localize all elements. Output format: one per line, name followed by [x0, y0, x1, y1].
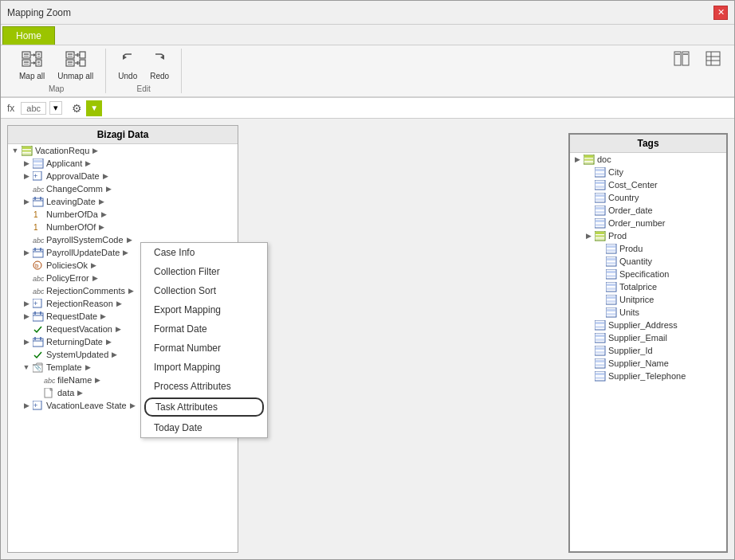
main-content: Bizagi Data ▼ VacationRequ ▶ ▶ Applicant… [1, 119, 734, 559]
svg-rect-109 [607, 271, 615, 273]
menu-item-collection-sort[interactable]: Collection Sort [141, 281, 267, 300]
tree-node-label: PayrollUpdateDate [46, 248, 120, 257]
tag-node-icon [594, 230, 607, 241]
tag-item-order-date[interactable]: Order_date [570, 204, 726, 217]
toolbar-right-btn2[interactable] [699, 49, 728, 69]
svg-rect-125 [595, 339, 604, 341]
tag-item-country[interactable]: Country [570, 191, 726, 204]
tag-node-icon [605, 294, 618, 305]
tree-node-arrow: ▶ [95, 376, 100, 384]
menu-item-collection-filter[interactable]: Collection Filter [141, 262, 267, 281]
tag-item-supplier-name[interactable]: Supplier_Name [570, 357, 726, 370]
unmap-all-label: Unmap all [57, 72, 93, 80]
unmap-all-button[interactable]: Unmap all [52, 49, 99, 83]
tag-item-order-number[interactable]: Order_number [570, 217, 726, 229]
tag-node-icon [605, 268, 618, 280]
tree-item-number-of-da[interactable]: 1 NumberOfDa ▶ [8, 208, 238, 221]
svg-rect-96 [595, 220, 604, 222]
menu-item-task-attributes[interactable]: Task Attributes [144, 397, 264, 417]
tree-node-label: PayrollSystemCode [46, 235, 124, 245]
arrow-down-icon: ▼ [90, 104, 98, 112]
tag-item-totalprice[interactable]: Totalprice [570, 280, 726, 293]
tree-node-label: SystemUpdated [46, 350, 108, 359]
tag-item-city[interactable]: City [570, 166, 726, 178]
tree-node-arrow: ▶ [99, 223, 104, 231]
menu-item-format-date[interactable]: Format Date [141, 319, 267, 339]
tag-item-produ[interactable]: Produ [570, 242, 726, 255]
undo-button[interactable]: Undo [112, 49, 143, 83]
tag-item-unitprice[interactable]: Unitprice [570, 293, 726, 306]
tab-home[interactable]: Home [2, 26, 55, 45]
svg-rect-17 [68, 53, 73, 55]
svg-rect-1 [24, 53, 29, 55]
toolbar: Map all [1, 45, 734, 98]
tag-item-specification[interactable]: Specification [570, 268, 726, 280]
dropdown-arrow-button[interactable]: ▼ [86, 100, 102, 116]
menu-item-process-attributes[interactable]: Process Attributes [141, 377, 267, 396]
redo-icon [151, 51, 168, 71]
tag-item-prod-group[interactable]: ▶ Prod [570, 229, 726, 242]
svg-rect-112 [607, 284, 615, 286]
tree-expand: ▼ [10, 147, 21, 155]
tree-item-approval-date[interactable]: ▶ + ApprovalDate ▶ [8, 170, 238, 182]
window-title: Mapping Zoom [7, 7, 71, 18]
tag-item-supplier-email[interactable]: Supplier_Email [570, 331, 726, 344]
tag-node-icon [594, 358, 607, 369]
tag-node-label: Order_number [608, 218, 666, 228]
svg-rect-2 [24, 56, 29, 57]
map-all-label: Map all [19, 72, 45, 80]
tag-node-label: Specification [619, 269, 669, 279]
tag-item-doc[interactable]: ▶ doc [570, 153, 726, 166]
type-dropdown[interactable]: ▾ [49, 101, 62, 115]
tag-item-cost-center[interactable]: Cost_Center [570, 178, 726, 191]
tag-node-icon [594, 332, 607, 343]
svg-marker-29 [160, 55, 164, 60]
close-button[interactable]: ✕ [713, 6, 728, 20]
settings-button[interactable]: ⚙ [69, 100, 85, 116]
toolbar-group-edit: Undo Redo Edit [106, 49, 182, 93]
svg-rect-84 [595, 169, 604, 171]
tag-item-units[interactable]: Units [570, 306, 726, 319]
tag-node-label: Country [608, 193, 639, 202]
tag-node-icon [594, 179, 607, 190]
toolbar-right-btn1[interactable] [667, 49, 696, 69]
tree-item-change-comm[interactable]: abc ChangeComm ▶ [8, 182, 238, 195]
menu-item-today-date[interactable]: Today Date [141, 418, 267, 437]
svg-rect-133 [595, 373, 604, 375]
tree-node-icon [32, 196, 45, 207]
tag-expand: ▶ [572, 155, 583, 163]
tag-item-supplier-telephone[interactable]: Supplier_Telephone [570, 370, 726, 382]
svg-text:abc: abc [33, 288, 44, 296]
tree-node-icon: abc [43, 374, 56, 386]
svg-rect-15 [37, 64, 40, 65]
map-all-button[interactable]: Map all [14, 49, 50, 83]
tree-item-vacation-req[interactable]: ▼ VacationRequ ▶ [8, 144, 238, 157]
tree-node-icon: + [32, 400, 45, 411]
tree-item-number-of-of[interactable]: 1 NumberOfOf ▶ [8, 221, 238, 233]
tree-node-icon: 📎 [32, 362, 45, 373]
tree-node-label: ReturningDate [46, 337, 103, 347]
tag-node-icon [594, 319, 607, 331]
svg-rect-129 [595, 358, 605, 368]
menu-item-case-info[interactable]: Case Info [141, 243, 267, 262]
svg-rect-39 [22, 147, 31, 149]
tag-node-icon [605, 243, 618, 254]
tag-item-supplier-id[interactable]: Supplier_Id [570, 344, 726, 357]
svg-rect-18 [68, 56, 73, 57]
svg-rect-14 [37, 61, 40, 63]
formula-bar: fx abc ▾ ⚙ ▼ [1, 98, 734, 119]
tree-item-applicant[interactable]: ▶ Applicant ▶ [8, 157, 238, 170]
tag-item-quantity[interactable]: Quantity [570, 255, 726, 268]
tree-node-icon: b [32, 260, 45, 271]
undo-icon [119, 51, 136, 71]
tree-item-leaving-date[interactable]: ▶ LeavingDate ▶ [8, 195, 238, 208]
menu-item-export-mapping[interactable]: Export Mapping [141, 300, 267, 319]
svg-rect-44 [33, 164, 42, 166]
tag-node-icon [594, 205, 607, 216]
menu-item-format-number[interactable]: Format Number [141, 339, 267, 358]
tree-node-arrow: ▶ [92, 274, 98, 282]
svg-rect-87 [595, 182, 604, 184]
redo-button[interactable]: Redo [144, 49, 175, 83]
tag-item-supplier-address[interactable]: Supplier_Address [570, 319, 726, 331]
menu-item-import-mapping[interactable]: Import Mapping [141, 358, 267, 377]
